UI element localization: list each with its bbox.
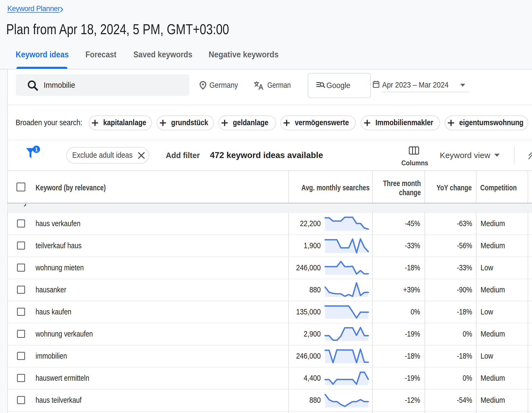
svg-text:1: 1 xyxy=(35,146,38,152)
